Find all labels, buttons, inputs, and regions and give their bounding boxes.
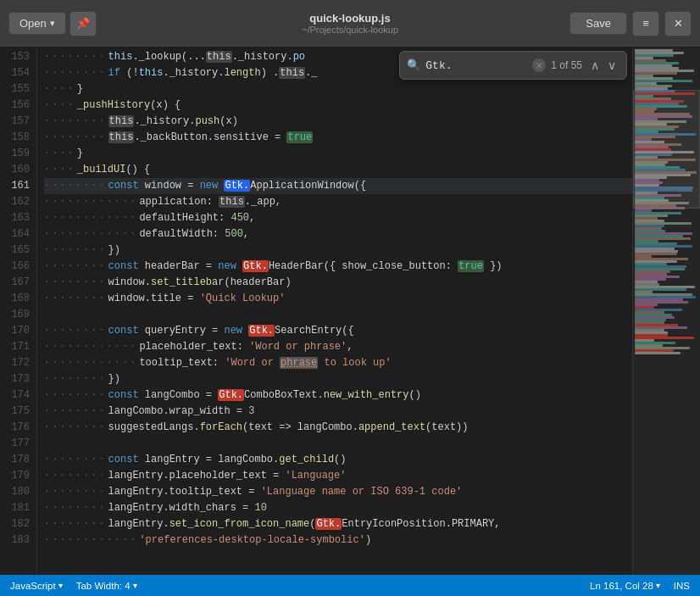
statusbar: JavaScript ▾ Tab Width: 4 ▾ Ln 161, Col …: [0, 575, 700, 596]
titlebar-left: Open ▾ 📌: [8, 11, 97, 36]
code-line: ············application: this._app,: [44, 194, 632, 210]
titlebar-center: quick-lookup.js ~/Projects/quick-lookup: [302, 12, 398, 35]
line-content: this._backButton.sensitive = true: [108, 130, 314, 146]
line-content: this._history.push(x): [108, 114, 238, 130]
code-line: ········langEntry.set_icon_from_icon_nam…: [44, 516, 632, 532]
indent-dots: ········: [44, 404, 107, 420]
line-number: 182: [7, 516, 30, 532]
indent-dots: ········: [44, 387, 107, 404]
save-button[interactable]: Save: [569, 12, 627, 35]
line-number: 160: [7, 162, 30, 178]
line-content: const window = new Gtk.ApplicationWindow…: [108, 178, 366, 194]
line-content: langEntry.placeholder_text = 'Language': [108, 468, 347, 484]
indent-dots: ········: [44, 291, 107, 307]
line-content: }: [77, 146, 83, 162]
indent-dots: ········: [44, 500, 107, 516]
line-number: 177: [7, 436, 30, 452]
line-number: 153: [7, 49, 30, 65]
indent-dots: ········: [44, 484, 107, 500]
pin-button[interactable]: 📌: [69, 11, 97, 36]
line-number: 181: [7, 500, 30, 516]
code-editor[interactable]: 🔍 ✕ 1 of 55 ∧ ∨ 153154155156157158159160…: [0, 47, 632, 575]
line-content: tooltip_text: 'Word or phrase to look up…: [139, 355, 391, 371]
line-content: 'preferences-desktop-locale-symbolic'): [139, 532, 371, 549]
code-line: ····}: [44, 146, 632, 162]
code-line: ········langEntry.tooltip_text = 'Langua…: [44, 484, 632, 500]
indent-dots: ····: [44, 162, 75, 178]
line-content: const queryEntry = new Gtk.SearchEntry({: [108, 323, 354, 339]
search-next-button[interactable]: ∨: [604, 57, 619, 74]
line-number: 173: [7, 371, 30, 387]
code-line: ····_buildUI() {: [44, 162, 632, 178]
line-number: 171: [7, 339, 30, 355]
code-line: ········langEntry.placeholder_text = 'La…: [44, 468, 632, 484]
line-number: 155: [7, 81, 30, 97]
line-number: 176: [7, 420, 30, 436]
search-input[interactable]: [425, 59, 527, 72]
line-content: window.set_titlebar(headerBar): [108, 275, 292, 291]
minimap[interactable]: [632, 47, 700, 575]
code-line: ········}): [44, 242, 632, 259]
line-numbers: 1531541551561571581591601611621631641651…: [0, 47, 37, 575]
indent-dots: ········: [44, 259, 107, 275]
line-content: langEntry.set_icon_from_icon_name(Gtk.En…: [108, 516, 501, 532]
open-button[interactable]: Open ▾: [8, 12, 66, 35]
search-prev-button[interactable]: ∧: [587, 57, 603, 74]
line-number: 179: [7, 468, 30, 484]
line-number: 166: [7, 259, 30, 275]
minimap-line: [635, 352, 681, 354]
line-number: 174: [7, 387, 30, 404]
code-line: ········const langCombo = Gtk.ComboBoxTe…: [44, 387, 632, 404]
code-line: ········const window = new Gtk.Applicati…: [44, 178, 632, 194]
hamburger-icon: ≡: [642, 17, 649, 30]
line-number: 164: [7, 226, 30, 242]
line-number: 180: [7, 484, 30, 500]
code-line: ········langEntry.width_chars = 10: [44, 500, 632, 516]
line-content: _pushHistory(x) {: [77, 97, 181, 114]
line-content: defaultWidth: 500,: [139, 226, 249, 242]
code-line: ········const langEntry = langCombo.get_…: [44, 452, 632, 468]
line-number: 165: [7, 242, 30, 259]
indent-dots: ········: [44, 242, 107, 259]
indent-dots: ········: [44, 468, 107, 484]
line-number: 158: [7, 130, 30, 146]
indent-dots: ············: [44, 355, 137, 371]
search-clear-button[interactable]: ✕: [532, 58, 546, 72]
indent-dots: ············: [44, 339, 137, 355]
line-number: 178: [7, 452, 30, 468]
code-line: [44, 436, 632, 452]
file-path: ~/Projects/quick-lookup: [302, 25, 398, 35]
indent-dots: ············: [44, 532, 137, 549]
line-number: 163: [7, 210, 30, 226]
search-navigation: ∧ ∨: [587, 57, 619, 74]
indent-dots: ············: [44, 210, 137, 226]
line-number: 175: [7, 404, 30, 420]
line-number: 161: [7, 178, 30, 194]
close-button[interactable]: ✕: [664, 11, 692, 36]
indent-dots: ····: [44, 97, 75, 114]
line-content: }): [108, 242, 120, 259]
code-line: ········window.set_titlebar(headerBar): [44, 275, 632, 291]
line-number: 156: [7, 97, 30, 114]
line-content: langCombo.wrap_width = 3: [108, 404, 255, 420]
code-line: ····_pushHistory(x) {: [44, 97, 632, 114]
hamburger-button[interactable]: ≡: [632, 11, 659, 36]
code-line: ········this._history.push(x): [44, 114, 632, 130]
code-line: ············tooltip_text: 'Word or phras…: [44, 355, 632, 371]
code-line: ········const headerBar = new Gtk.Header…: [44, 259, 632, 275]
tab-width-selector[interactable]: Tab Width: 4 ▾: [76, 581, 137, 591]
code-lines: ········this._lookup(...this._history.po…: [37, 47, 632, 575]
search-bar: 🔍 ✕ 1 of 55 ∧ ∨: [399, 51, 627, 80]
cursor-position[interactable]: Ln 161, Col 28 ▾: [590, 581, 660, 591]
cursor-label: Ln 161, Col 28: [590, 581, 653, 591]
code-line: ············defaultWidth: 500,: [44, 226, 632, 242]
language-selector[interactable]: JavaScript ▾: [10, 581, 63, 591]
editor-mode[interactable]: INS: [674, 581, 690, 591]
line-content: if (!this._history.length) .this._: [108, 65, 318, 81]
indent-dots: ········: [44, 178, 107, 194]
indent-dots: ········: [44, 114, 107, 130]
indent-dots: ········: [44, 65, 107, 81]
line-content: window.title = 'Quick Lookup': [108, 291, 286, 307]
search-icon: 🔍: [407, 58, 420, 72]
code-line: ········langCombo.wrap_width = 3: [44, 404, 632, 420]
